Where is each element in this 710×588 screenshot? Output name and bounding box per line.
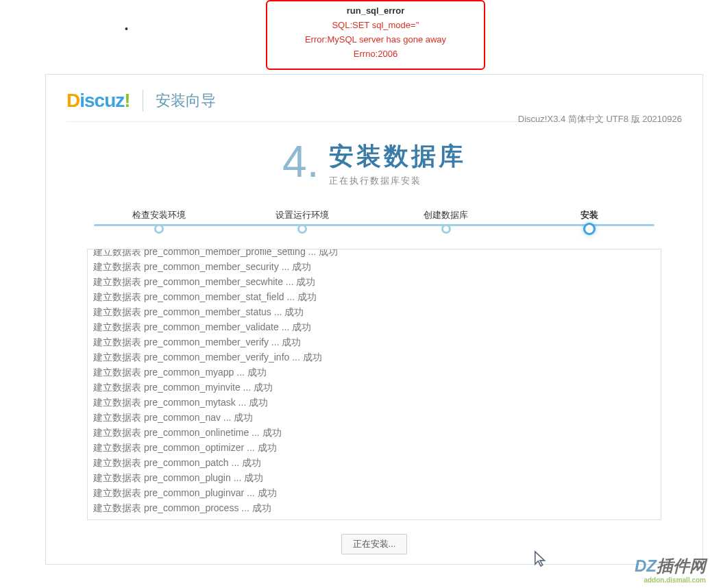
log-line: 建立数据表 pre_common_optimizer ... 成功 [93, 440, 655, 455]
sql-error-box: run_sql_error SQL:SET sql_mode='' Error:… [266, 0, 485, 70]
progress-step-circle [441, 224, 451, 234]
log-line: 建立数据表 pre_common_plugin ... 成功 [93, 470, 655, 485]
error-title: run_sql_error [274, 5, 477, 16]
log-line: 建立数据表 pre_common_myapp ... 成功 [93, 365, 655, 380]
log-line: 建立数据表 pre_common_member_verify_info ... … [93, 350, 655, 365]
error-errno: Errno:2006 [274, 49, 477, 59]
installer-header: Discuz! 安装向导 Discuz!X3.4 简体中文 UTF8 版 202… [46, 75, 702, 127]
progress-step-circle [297, 224, 307, 234]
installer-panel: Discuz! 安装向导 Discuz!X3.4 简体中文 UTF8 版 202… [45, 74, 703, 565]
logo-divider [143, 90, 143, 112]
discuz-logo: Discuz! [66, 90, 130, 112]
progress-step: 检查安装环境 [87, 209, 231, 235]
progress-step-circle [583, 223, 596, 235]
progress-step: 创建数据库 [374, 209, 518, 235]
log-line: 建立数据表 pre_common_member_profile_setting … [93, 249, 655, 259]
progress-step-label: 设置运行环境 [231, 209, 375, 221]
log-line: 建立数据表 pre_common_member_validate ... 成功 [93, 319, 655, 334]
install-log[interactable]: 建立数据表 pre_common_member_profile_setting … [87, 249, 661, 520]
progress-step: 设置运行环境 [231, 209, 375, 235]
log-line: 建立数据表 pre_common_myinvite ... 成功 [93, 380, 655, 395]
log-line: 建立数据表 pre_common_member_verify ... 成功 [93, 334, 655, 350]
version-text: Discuz!X3.4 简体中文 UTF8 版 20210926 [518, 113, 682, 125]
progress-steps: 检查安装环境设置运行环境创建数据库安装 [87, 209, 661, 235]
progress-step-circle [154, 224, 164, 234]
log-line: 建立数据表 pre_common_member_security ... 成功 [93, 259, 655, 274]
progress-bar: 检查安装环境设置运行环境创建数据库安装 [87, 209, 661, 230]
list-bullet: • [125, 23, 128, 34]
step-hero: 4. 安装数据库 正在执行数据库安装 [46, 127, 702, 194]
log-line: 建立数据表 pre_common_nav ... 成功 [93, 410, 655, 425]
log-line: 建立数据表 pre_common_member_stat_field ... 成… [93, 289, 655, 304]
logo-row: Discuz! 安装向导 [66, 90, 682, 112]
error-message: Error:MySQL server has gone away [274, 34, 477, 45]
step-title: 安装数据库 [329, 140, 466, 173]
submit-row: 正在安装... [46, 520, 702, 564]
progress-step-label: 检查安装环境 [87, 209, 231, 221]
installing-button[interactable]: 正在安装... [341, 534, 408, 554]
error-sql: SQL:SET sql_mode='' [274, 20, 477, 30]
log-line: 建立数据表 pre_common_member_secwhite ... 成功 [93, 274, 655, 289]
log-line: 建立数据表 pre_common_onlinetime ... 成功 [93, 425, 655, 440]
log-line: 建立数据表 pre_common_patch ... 成功 [93, 455, 655, 470]
progress-step-label: 创建数据库 [374, 209, 518, 221]
log-line: 建立数据表 pre_common_member_status ... 成功 [93, 304, 655, 319]
progress-step-label: 安装 [518, 209, 662, 221]
log-line: 建立数据表 pre_common_process ... 成功 [93, 500, 655, 515]
step-subtitle: 正在执行数据库安装 [329, 175, 466, 187]
step-number: 4. [282, 140, 319, 184]
progress-step: 安装 [518, 209, 662, 235]
log-line: 建立数据表 pre_common_pluginvar ... 成功 [93, 485, 655, 500]
log-line: 建立数据表 pre_common_mytask ... 成功 [93, 395, 655, 410]
wizard-title: 安装向导 [156, 90, 216, 111]
